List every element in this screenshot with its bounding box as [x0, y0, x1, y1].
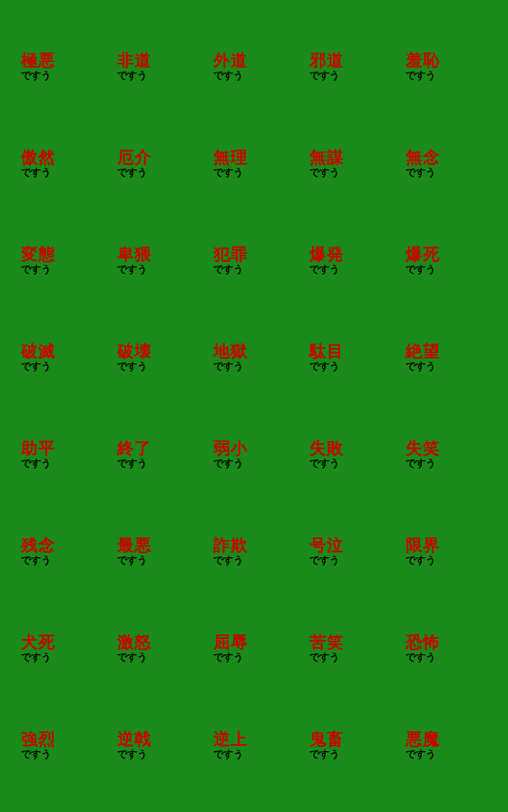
kanji-label: 残念	[21, 536, 55, 555]
sticker-item: 号泣ですう	[302, 503, 398, 600]
sticker-item: 助平ですう	[14, 406, 110, 503]
kanji-label: 屈辱	[213, 633, 248, 652]
sticker-item: 悪魔ですう	[398, 697, 494, 794]
desu-label: ですう	[405, 361, 435, 372]
desu-label: ですう	[21, 458, 51, 469]
desu-label: ですう	[117, 70, 147, 82]
sticker-item: 残念ですう	[14, 503, 110, 600]
kanji-label: 変態	[21, 246, 55, 264]
kanji-label: 非道	[117, 52, 151, 70]
desu-label: ですう	[405, 458, 435, 469]
desu-label: ですう	[213, 652, 243, 663]
desu-label: ですう	[21, 749, 51, 760]
desu-label: ですう	[117, 458, 147, 469]
sticker-item: 絶望ですう	[398, 309, 494, 406]
kanji-label: 地獄	[213, 343, 248, 361]
sticker-item: 極悪ですう	[14, 18, 110, 115]
sticker-item: 終了ですう	[110, 406, 206, 503]
sticker-item: 爆発ですう	[302, 212, 398, 309]
sticker-item: 駄目ですう	[302, 309, 398, 406]
kanji-label: 破滅	[21, 343, 55, 361]
sticker-item: 地獄ですう	[206, 309, 302, 406]
desu-label: ですう	[117, 749, 147, 760]
sticker-item: 爆死ですう	[398, 212, 494, 309]
kanji-label: 犬死	[21, 633, 55, 652]
sticker-item: 激怒ですう	[110, 600, 206, 697]
sticker-item: 傲然ですう	[14, 115, 110, 212]
sticker-item: 鬼畜ですう	[302, 697, 398, 794]
desu-label: ですう	[213, 70, 243, 82]
sticker-item: 無理ですう	[206, 115, 302, 212]
desu-label: ですう	[405, 167, 435, 179]
kanji-label: 無謀	[309, 149, 344, 167]
sticker-item: 羞恥ですう	[398, 18, 494, 115]
sticker-item: 犬死ですう	[14, 600, 110, 697]
desu-label: ですう	[117, 167, 147, 179]
desu-label: ですう	[309, 264, 339, 276]
kanji-label: 極悪	[21, 52, 55, 70]
desu-label: ですう	[21, 361, 51, 372]
desu-label: ですう	[309, 361, 339, 372]
desu-label: ですう	[405, 264, 435, 276]
kanji-label: 詐欺	[213, 536, 248, 555]
sticker-item: 外道ですう	[206, 18, 302, 115]
sticker-item: 詐欺ですう	[206, 503, 302, 600]
desu-label: ですう	[405, 652, 435, 663]
sticker-item: 失敗ですう	[302, 406, 398, 503]
sticker-item: 破滅ですう	[14, 309, 110, 406]
kanji-label: 無念	[405, 149, 440, 167]
sticker-item: 逆戟ですう	[110, 697, 206, 794]
desu-label: ですう	[213, 361, 243, 372]
sticker-item: 犯罪ですう	[206, 212, 302, 309]
desu-label: ですう	[213, 555, 243, 566]
sticker-item: 屈辱ですう	[206, 600, 302, 697]
desu-label: ですう	[117, 361, 147, 372]
sticker-item: 無念ですう	[398, 115, 494, 212]
kanji-label: 逆上	[213, 730, 248, 749]
sticker-item: 強烈ですう	[14, 697, 110, 794]
desu-label: ですう	[309, 749, 339, 760]
desu-label: ですう	[309, 555, 339, 566]
desu-label: ですう	[21, 555, 51, 566]
kanji-label: 激怒	[117, 633, 151, 652]
kanji-label: 最悪	[117, 536, 151, 555]
kanji-label: 爆発	[309, 246, 344, 264]
sticker-grid: 極悪ですう非道ですう外道ですう邪道ですう羞恥ですう傲然ですう厄介ですう無理ですう…	[9, 9, 499, 803]
sticker-item: 苦笑ですう	[302, 600, 398, 697]
desu-label: ですう	[117, 264, 147, 276]
kanji-label: 爆死	[405, 246, 440, 264]
desu-label: ですう	[405, 749, 435, 760]
kanji-label: 卑猥	[117, 246, 151, 264]
kanji-label: 外道	[213, 52, 248, 70]
kanji-label: 絶望	[405, 343, 440, 361]
kanji-label: 助平	[21, 440, 55, 458]
sticker-item: 弱小ですう	[206, 406, 302, 503]
sticker-item: 無謀ですう	[302, 115, 398, 212]
kanji-label: 強烈	[21, 730, 55, 749]
kanji-label: 邪道	[309, 52, 344, 70]
kanji-label: 鬼畜	[309, 730, 344, 749]
kanji-label: 犯罪	[213, 246, 248, 264]
kanji-label: 逆戟	[117, 730, 151, 749]
desu-label: ですう	[213, 167, 243, 179]
sticker-item: 邪道ですう	[302, 18, 398, 115]
desu-label: ですう	[213, 264, 243, 276]
desu-label: ですう	[309, 70, 339, 82]
kanji-label: 弱小	[213, 440, 248, 458]
desu-label: ですう	[21, 70, 51, 82]
sticker-item: 失笑ですう	[398, 406, 494, 503]
desu-label: ですう	[309, 458, 339, 469]
kanji-label: 恐怖	[405, 633, 440, 652]
sticker-item: 厄介ですう	[110, 115, 206, 212]
sticker-item: 限界ですう	[398, 503, 494, 600]
kanji-label: 終了	[117, 440, 151, 458]
sticker-item: 非道ですう	[110, 18, 206, 115]
sticker-item: 変態ですう	[14, 212, 110, 309]
desu-label: ですう	[213, 749, 243, 760]
desu-label: ですう	[21, 264, 51, 276]
desu-label: ですう	[309, 652, 339, 663]
sticker-item: 破壊ですう	[110, 309, 206, 406]
desu-label: ですう	[21, 167, 51, 179]
kanji-label: 苦笑	[309, 633, 344, 652]
sticker-item: 卑猥ですう	[110, 212, 206, 309]
